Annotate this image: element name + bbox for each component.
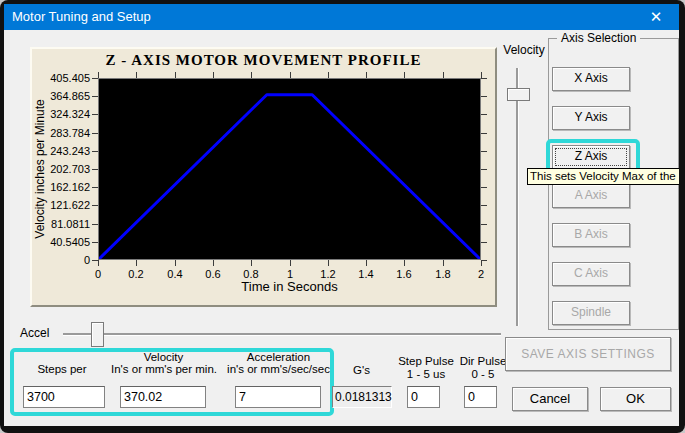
velocity-profile-line [99, 95, 480, 259]
x-tick [481, 260, 482, 266]
x-tick-top [175, 72, 176, 78]
x-tick-top [404, 72, 405, 78]
y-tick-label: 81.0811 [30, 218, 90, 230]
y-tick-right [481, 205, 487, 206]
y-tick-label: 364.865 [30, 90, 90, 102]
accel-slider-track[interactable] [63, 333, 501, 336]
x-tick [290, 260, 291, 266]
axis-button-y-axis[interactable]: Y Axis [552, 106, 630, 130]
x-tick-top [290, 72, 291, 78]
x-tick [136, 260, 137, 266]
axis-button-x-axis[interactable]: X Axis [552, 67, 630, 91]
accel-slider-thumb[interactable] [91, 322, 104, 347]
y-tick-right [481, 169, 487, 170]
x-tick [443, 260, 444, 266]
cancel-button[interactable]: Cancel [512, 387, 588, 411]
y-tick [92, 114, 98, 115]
tooltip: This sets Velocity Max of the [527, 168, 679, 185]
gs-label: G's [334, 364, 389, 376]
y-tick [92, 96, 98, 97]
steps-per-label: Steps per [17, 363, 107, 375]
x-tick [213, 260, 214, 266]
axis-button-spindle: Spindle [552, 301, 630, 325]
gs-value: 0.0181313 [332, 386, 392, 408]
accel-slider-label: Accel [20, 326, 49, 340]
y-tick [92, 133, 98, 134]
close-icon[interactable]: ✕ [633, 4, 679, 30]
window-title: Motor Tuning and Setup [12, 4, 151, 30]
y-tick-label: 202.703 [30, 163, 90, 175]
ok-button[interactable]: OK [600, 387, 671, 411]
x-tick [328, 260, 329, 266]
dialog-window: Motor Tuning and Setup ✕ Z - AXIS MOTOR … [0, 0, 685, 433]
x-tick-top [443, 72, 444, 78]
axis-button-a-axis: A Axis [552, 184, 630, 208]
dialog-body: Z - AXIS MOTOR MOVEMENT PROFILE Velocity… [4, 30, 679, 426]
axis-button-b-axis: B Axis [552, 223, 630, 247]
y-tick-label: 162.162 [30, 181, 90, 193]
y-tick-label: 283.784 [30, 127, 90, 139]
x-tick-top [98, 72, 99, 78]
velocity-profile-chart [99, 79, 480, 259]
x-tick [404, 260, 405, 266]
y-tick-label: 40.5405 [30, 236, 90, 248]
acceleration-input[interactable] [235, 386, 321, 408]
axis-button-c-axis: C Axis [552, 262, 630, 286]
step-pulse-range: 1 - 5 us [395, 368, 457, 380]
step-pulse-label: Step Pulse [395, 355, 457, 367]
y-tick-right [481, 242, 487, 243]
save-axis-settings-button: SAVE AXIS SETTINGS [505, 337, 671, 371]
chart-plot-area [98, 78, 481, 260]
y-tick-label: 243.243 [30, 145, 90, 157]
y-tick-right [481, 187, 487, 188]
y-tick [92, 187, 98, 188]
axis-selection-title: Axis Selection [557, 31, 640, 45]
acceleration-field-label: Acceleration [231, 351, 326, 363]
y-tick [92, 205, 98, 206]
y-tick-right [481, 78, 487, 79]
y-tick [92, 151, 98, 152]
y-tick-right [481, 151, 487, 152]
x-tick [366, 260, 367, 266]
x-tick [98, 260, 99, 266]
y-tick-right [481, 133, 487, 134]
chart-x-axis-label: Time in Seconds [98, 279, 481, 294]
x-tick-top [213, 72, 214, 78]
acceleration-field-units: in's or mm's/sec/sec [226, 363, 331, 375]
y-tick-right [481, 96, 487, 97]
velocity-slider-thumb[interactable] [507, 88, 530, 101]
x-tick [251, 260, 252, 266]
y-tick-right [481, 114, 487, 115]
x-tick-top [251, 72, 252, 78]
x-tick-top [366, 72, 367, 78]
y-tick [92, 242, 98, 243]
velocity-field-units: In's or mm's per min. [110, 363, 218, 375]
axis-button-z-axis[interactable]: Z Axis [552, 145, 630, 169]
x-tick-top [481, 72, 482, 78]
velocity-field-label: Velocity [116, 351, 211, 363]
y-tick-label: 324.324 [30, 108, 90, 120]
velocity-slider-track[interactable] [516, 68, 519, 326]
y-tick [92, 169, 98, 170]
chart-title: Z - AXIS MOTOR MOVEMENT PROFILE [30, 52, 497, 69]
x-tick-top [136, 72, 137, 78]
y-tick-right [481, 224, 487, 225]
y-tick-label: 0 [30, 254, 90, 266]
y-tick [92, 78, 98, 79]
dir-pulse-input[interactable] [464, 386, 497, 408]
x-tick-top [328, 72, 329, 78]
y-tick-label: 405.405 [30, 72, 90, 84]
step-pulse-input[interactable] [407, 386, 440, 408]
steps-per-input[interactable] [23, 386, 105, 408]
velocity-input[interactable] [120, 386, 206, 408]
x-tick [175, 260, 176, 266]
y-tick-label: 121.622 [30, 199, 90, 211]
y-tick [92, 224, 98, 225]
velocity-slider-label: Velocity [496, 43, 552, 57]
title-bar[interactable]: Motor Tuning and Setup ✕ [4, 4, 679, 30]
